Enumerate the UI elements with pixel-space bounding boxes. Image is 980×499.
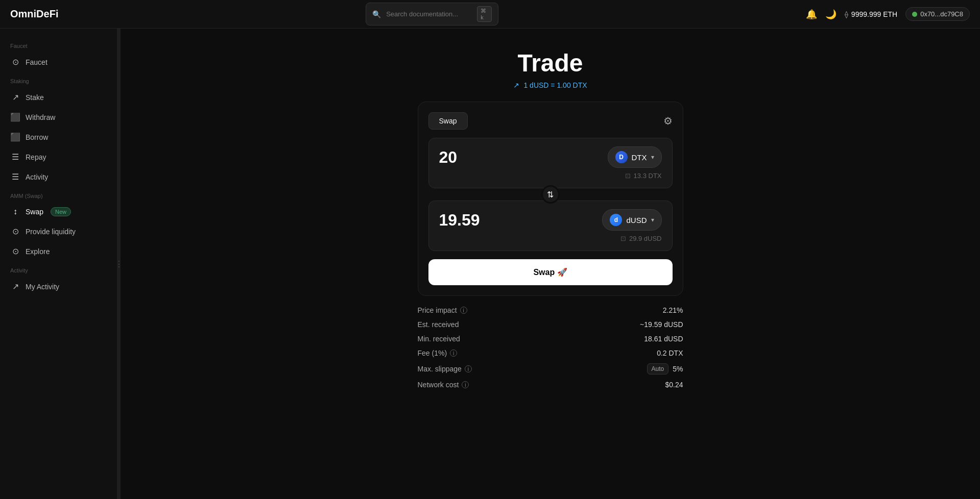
to-token-label: dUSD — [626, 216, 647, 224]
slippage-info-icon[interactable]: i — [465, 365, 472, 372]
sidebar-item-swap[interactable]: ↕ Swap New — [0, 202, 117, 221]
min-received-value: 18.61 dUSD — [644, 335, 683, 343]
settings-icon[interactable]: ⚙ — [663, 115, 673, 127]
sidebar-item-stake[interactable]: ↗ Stake — [0, 87, 117, 107]
from-amount-input[interactable] — [439, 148, 541, 167]
slippage-auto-badge: Auto — [647, 363, 669, 375]
network-cost-label: Network cost i — [418, 381, 469, 389]
withdraw-icon: ⬛ — [10, 112, 20, 122]
wallet-button[interactable]: 0x70...dc79C8 — [905, 7, 970, 21]
to-token-selector[interactable]: d dUSD ▾ — [602, 209, 661, 231]
sidebar-item-label: Withdraw — [26, 113, 55, 121]
swap-details: Price impact i 2.21% Est. received ~19.5… — [418, 306, 683, 389]
explore-icon: ⊙ — [10, 246, 20, 256]
price-impact-row: Price impact i 2.21% — [418, 306, 683, 314]
from-token-row: D DTX ▾ — [439, 146, 662, 168]
network-cost-value: $0.24 — [665, 381, 683, 389]
from-token-label: DTX — [632, 153, 647, 162]
topbar-right: 🔔 🌙 ⟠ 9999.999 ETH 0x70...dc79C8 — [806, 7, 970, 21]
search-bar[interactable]: 🔍 ⌘ k — [366, 3, 498, 26]
main-layout: Faucet ⊙ Faucet Staking ↗ Stake ⬛ Withdr… — [0, 29, 980, 499]
min-received-row: Min. received 18.61 dUSD — [418, 335, 683, 343]
my-activity-icon: ↗ — [10, 282, 20, 291]
to-balance-row: ⊡ 29.9 dUSD — [439, 235, 662, 242]
activity-staking-icon: ☰ — [10, 172, 20, 182]
search-input[interactable] — [386, 10, 472, 18]
swap-card: Swap ⚙ D DTX ▾ ⊡ 13.3 DTX — [418, 102, 683, 296]
from-token-selector[interactable]: D DTX ▾ — [608, 146, 662, 168]
sidebar-item-label: Provide liquidity — [26, 228, 76, 236]
network-cost-info-icon[interactable]: i — [462, 381, 469, 388]
sidebar-item-label: Stake — [26, 93, 44, 102]
sidebar-section-faucet: Faucet — [0, 37, 117, 52]
dtx-icon: D — [615, 151, 628, 163]
swap-action-button[interactable]: Swap 🚀 — [428, 259, 673, 285]
sidebar-item-label: Explore — [26, 247, 50, 256]
est-received-row: Est. received ~19.59 dUSD — [418, 320, 683, 329]
sidebar-item-repay[interactable]: ☰ Repay — [0, 147, 117, 167]
main-content: Trade ↗ 1 dUSD = 1.00 DTX Swap ⚙ D DTX ▾ — [121, 29, 980, 499]
faucet-icon: ⊙ — [10, 57, 20, 67]
sidebar-item-label: Activity — [26, 173, 48, 181]
from-token-chevron: ▾ — [651, 154, 654, 161]
page-title: Trade — [513, 49, 587, 77]
sidebar-item-label: My Activity — [26, 283, 59, 291]
to-token-row: d dUSD ▾ — [439, 209, 662, 231]
slippage-value: 5% — [673, 365, 683, 373]
wallet-balance-icon: ⊡ — [625, 172, 631, 180]
sidebar-item-label: Repay — [26, 153, 46, 161]
fee-row: Fee (1%) i 0.2 DTX — [418, 349, 683, 357]
swap-arrow-container: ⇅ — [428, 185, 673, 204]
from-token-box: D DTX ▾ ⊡ 13.3 DTX — [428, 138, 673, 188]
price-impact-label: Price impact i — [418, 306, 467, 314]
sidebar-section-activity: Activity — [0, 261, 117, 277]
sidebar-item-activity-staking[interactable]: ☰ Activity — [0, 167, 117, 187]
swap-direction-button[interactable]: ⇅ — [541, 185, 560, 204]
sidebar: Faucet ⊙ Faucet Staking ↗ Stake ⬛ Withdr… — [0, 29, 117, 499]
sidebar-item-provide-liquidity[interactable]: ⊙ Provide liquidity — [0, 221, 117, 241]
sidebar-item-my-activity[interactable]: ↗ My Activity — [0, 277, 117, 296]
network-cost-row: Network cost i $0.24 — [418, 381, 683, 389]
notification-icon[interactable]: 🔔 — [806, 9, 817, 20]
swap-card-header: Swap ⚙ — [428, 112, 673, 130]
app-logo: OmniDeFi — [10, 8, 58, 20]
est-received-value: ~19.59 dUSD — [640, 320, 683, 329]
theme-toggle-icon[interactable]: 🌙 — [825, 9, 836, 20]
slippage-group: Auto 5% — [647, 363, 683, 375]
sidebar-item-borrow[interactable]: ⬛ Borrow — [0, 127, 117, 147]
to-token-chevron: ▾ — [651, 216, 654, 223]
swap-button-label: Swap 🚀 — [533, 267, 567, 277]
swap-icon: ↕ — [10, 207, 20, 216]
trade-header: Trade ↗ 1 dUSD = 1.00 DTX — [513, 49, 587, 89]
to-amount-input[interactable] — [439, 211, 541, 230]
new-badge: New — [51, 207, 71, 216]
sidebar-item-explore[interactable]: ⊙ Explore — [0, 241, 117, 261]
from-balance-row: ⊡ 13.3 DTX — [439, 172, 662, 180]
stake-icon: ↗ — [10, 92, 20, 102]
eth-balance: ⟠ 9999.999 ETH — [845, 10, 897, 18]
search-kbd: ⌘ k — [477, 6, 492, 22]
swap-tab[interactable]: Swap — [428, 112, 468, 130]
min-received-label: Min. received — [418, 335, 460, 343]
fee-info-icon[interactable]: i — [450, 350, 457, 357]
sidebar-item-withdraw[interactable]: ⬛ Withdraw — [0, 107, 117, 127]
fee-value: 0.2 DTX — [657, 349, 683, 357]
sidebar-item-faucet[interactable]: ⊙ Faucet — [0, 52, 117, 72]
liquidity-icon: ⊙ — [10, 227, 20, 236]
to-token-box: d dUSD ▾ ⊡ 29.9 dUSD — [428, 201, 673, 251]
from-balance-value: 13.3 DTX — [634, 172, 662, 180]
exchange-rate: ↗ 1 dUSD = 1.00 DTX — [513, 81, 587, 89]
price-impact-value: 2.21% — [663, 306, 683, 314]
slippage-row: Max. slippage i Auto 5% — [418, 363, 683, 375]
sidebar-item-label: Borrow — [26, 133, 48, 141]
topbar: OmniDeFi 🔍 ⌘ k 🔔 🌙 ⟠ 9999.999 ETH 0x70..… — [0, 0, 980, 29]
eth-icon: ⟠ — [845, 10, 848, 18]
to-balance-value: 29.9 dUSD — [629, 235, 662, 242]
wallet-status-dot — [912, 12, 917, 17]
sidebar-section-amm: AMM (Swap) — [0, 187, 117, 202]
price-impact-info-icon[interactable]: i — [460, 307, 467, 314]
borrow-icon: ⬛ — [10, 132, 20, 142]
est-received-label: Est. received — [418, 320, 459, 329]
sidebar-section-staking: Staking — [0, 72, 117, 87]
slippage-label: Max. slippage i — [418, 365, 472, 373]
